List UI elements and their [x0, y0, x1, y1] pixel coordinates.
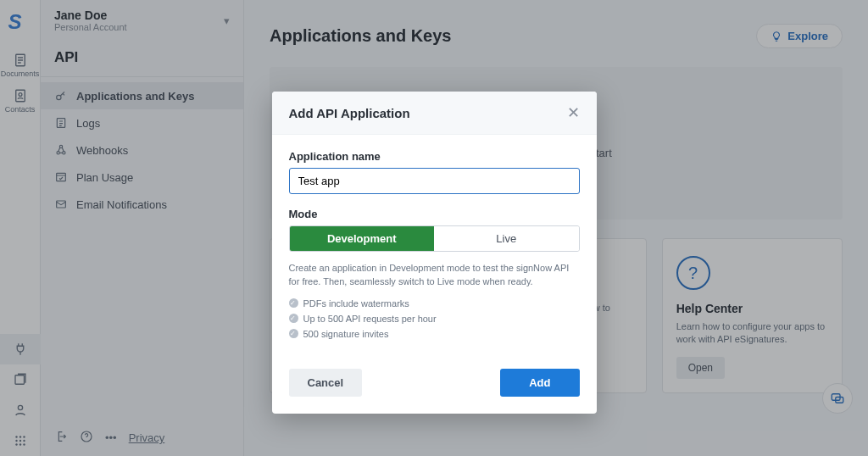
mode-bullets: PDFs include watermarks Up to 500 API re… [289, 296, 580, 342]
add-button[interactable]: Add [500, 369, 579, 397]
name-label: Application name [289, 150, 580, 163]
mode-label: Mode [289, 208, 580, 220]
mode-toggle: Development Live [289, 225, 580, 252]
bullet-item: 500 signature invites [289, 326, 580, 342]
application-name-input[interactable] [289, 168, 580, 194]
add-application-modal: Add API Application ✕ Application name M… [272, 92, 597, 414]
cancel-button[interactable]: Cancel [289, 369, 363, 397]
mode-description: Create an application in Development mod… [289, 262, 580, 289]
mode-development[interactable]: Development [290, 226, 435, 251]
modal-overlay[interactable]: Add API Application ✕ Application name M… [0, 0, 868, 456]
bullet-item: Up to 500 API requests per hour [289, 311, 580, 326]
bullet-item: PDFs include watermarks [289, 296, 580, 311]
mode-live[interactable]: Live [434, 226, 579, 251]
close-icon[interactable]: ✕ [567, 103, 580, 122]
modal-title: Add API Application [289, 106, 410, 120]
